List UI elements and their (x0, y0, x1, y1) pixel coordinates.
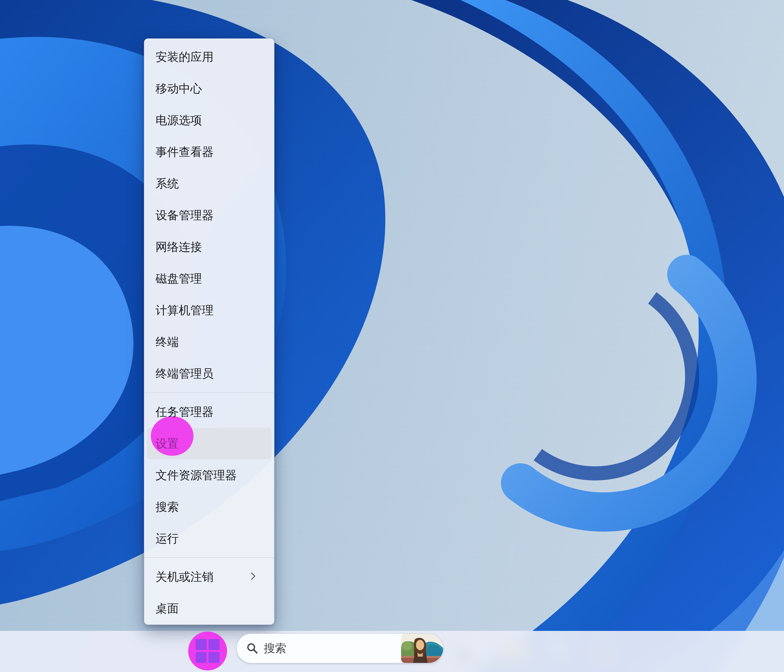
menu-item-terminal-admin[interactable]: 终端管理员 (147, 358, 272, 389)
menu-item-run[interactable]: 运行 (147, 523, 272, 554)
menu-item-label: 磁盘管理 (156, 272, 202, 285)
menu-item-network-connections[interactable]: 网络连接 (147, 231, 272, 263)
submenu-chevron-right-icon (248, 572, 255, 580)
menu-item-label: 设置 (156, 437, 179, 450)
wallpaper-bloom (0, 0, 784, 672)
menu-item-label: 安装的应用 (156, 50, 213, 64)
taskbar-search-box[interactable]: 搜索 (236, 633, 443, 663)
menu-item-settings[interactable]: 设置 (147, 428, 272, 459)
desktop: 安装的应用 移动中心 电源选项 事件查看器 系统 设备管理器 网络连接 磁盘管理… (0, 0, 784, 672)
menu-item-device-manager[interactable]: 设备管理器 (147, 199, 272, 231)
menu-item-label: 电源选项 (156, 114, 202, 127)
winx-context-menu: 安装的应用 移动中心 电源选项 事件查看器 系统 设备管理器 网络连接 磁盘管理… (144, 39, 274, 625)
menu-item-label: 事件查看器 (156, 145, 213, 159)
search-icon (246, 642, 258, 655)
menu-item-label: 计算机管理 (156, 303, 213, 317)
menu-item-shutdown-or-signout[interactable]: 关机或注销 (147, 561, 272, 593)
menu-item-desktop[interactable]: 桌面 (147, 593, 272, 624)
menu-item-power-options[interactable]: 电源选项 (147, 104, 272, 136)
menu-item-event-viewer[interactable]: 事件查看器 (147, 136, 272, 168)
menu-item-terminal[interactable]: 终端 (147, 326, 272, 358)
menu-group-system-tools: 安装的应用 移动中心 电源选项 事件查看器 系统 设备管理器 网络连接 磁盘管理… (144, 41, 274, 389)
windows-logo-icon (208, 652, 219, 663)
menu-group-shell: 任务管理器 设置 文件资源管理器 搜索 运行 (144, 396, 274, 554)
menu-separator (144, 557, 274, 558)
menu-group-session: 关机或注销 桌面 (144, 561, 274, 624)
menu-item-system[interactable]: 系统 (147, 168, 272, 199)
menu-item-disk-management[interactable]: 磁盘管理 (147, 263, 272, 294)
search-highlight-avatar[interactable] (401, 634, 443, 663)
menu-item-label: 移动中心 (156, 82, 202, 95)
windows-logo-icon (196, 652, 207, 663)
menu-item-label: 网络连接 (156, 240, 202, 254)
menu-item-label: 桌面 (156, 602, 179, 615)
menu-item-installed-apps[interactable]: 安装的应用 (147, 41, 272, 73)
menu-item-label: 运行 (156, 532, 179, 545)
windows-logo-icon (196, 639, 207, 650)
menu-item-label: 终端 (156, 335, 179, 348)
menu-item-label: 终端管理员 (156, 367, 213, 380)
menu-separator (144, 392, 274, 393)
menu-item-label: 搜索 (156, 500, 179, 513)
menu-item-label: 任务管理器 (156, 405, 213, 418)
menu-item-label: 文件资源管理器 (156, 468, 237, 482)
windows-logo-icon (208, 639, 219, 650)
menu-item-label: 系统 (156, 177, 179, 190)
start-button[interactable] (196, 639, 219, 663)
menu-item-label: 关机或注销 (156, 570, 213, 583)
menu-item-computer-management[interactable]: 计算机管理 (147, 294, 272, 326)
menu-item-mobility-center[interactable]: 移动中心 (147, 73, 272, 104)
menu-item-search[interactable]: 搜索 (147, 491, 272, 523)
menu-item-file-explorer[interactable]: 文件资源管理器 (147, 459, 272, 491)
menu-item-label: 设备管理器 (156, 208, 213, 222)
